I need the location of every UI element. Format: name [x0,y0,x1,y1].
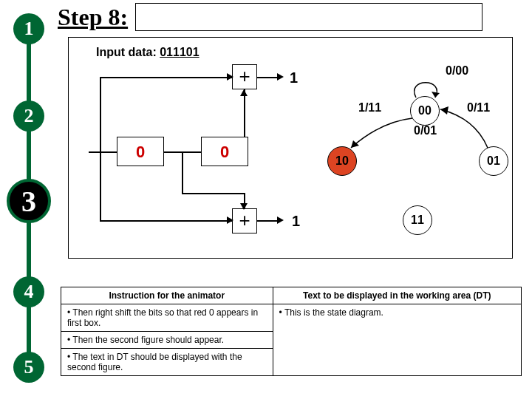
step-2: 2 [13,100,44,132]
edge-00-10 [347,111,417,151]
step-3: 3 [7,179,51,223]
arrow-icon [240,89,248,96]
register-1: 0 [117,137,164,166]
edge-label-01-00: 0/11 [467,101,490,115]
wire [100,220,232,222]
state-01: 01 [479,146,508,176]
input-data-label: Input data: 011101 [96,46,200,59]
wire [182,151,183,194]
table-row: • Then right shift the bits so that red … [61,304,522,332]
adder-bottom: + [232,208,257,233]
table-header-right: Text to be displayed in the working area… [273,287,521,304]
step-1: 1 [13,13,44,44]
table-header-left: Instruction for the animator [61,287,273,304]
instruction-table: Instruction for the animator Text to be … [61,287,522,376]
wire [100,77,232,78]
wire [244,89,245,137]
wire [100,77,101,151]
wire [257,77,279,78]
arrow-icon [227,216,233,224]
svg-marker-2 [440,106,449,115]
wire [100,151,101,221]
register-2: 0 [201,137,248,166]
arrow-icon [277,216,284,224]
svg-marker-0 [432,92,440,98]
edge-00-self [410,70,443,98]
arrow-icon [277,73,284,81]
edge-label-00-self: 0/00 [446,64,468,78]
step-4: 4 [13,276,44,307]
wire [257,220,279,222]
step-5: 5 [13,352,44,383]
title-row: Step 8: [58,3,482,31]
output-bottom: 1 [292,213,300,230]
state-11: 11 [403,205,432,235]
title-box [135,3,482,31]
arrow-icon [240,203,248,210]
edge-label-00-10: 1/11 [358,101,381,115]
arrow-icon [227,73,233,81]
step-title: Step 8: [58,4,128,31]
edge-label-10-01: 0/01 [414,124,437,137]
wire [182,193,245,194]
wire [89,151,117,153]
output-top: 1 [290,69,298,86]
adder-top: + [232,64,257,89]
